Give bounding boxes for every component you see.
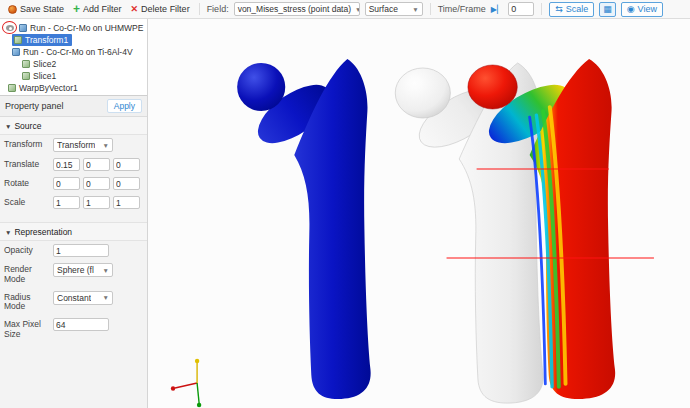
scale-y-input[interactable] [83,196,110,209]
add-filter-label: Add Filter [83,4,122,14]
pipeline-item-label: Run - Co-Cr-Mo on Ti-6Al-4V [23,47,133,57]
translate-label: Translate [4,158,50,170]
pipeline-item-run-ti6al4v[interactable]: Run - Co-Cr-Mo on Ti-6Al-4V [0,46,147,58]
chevron-down-icon: ▼ [103,267,109,274]
scale-button[interactable]: ⇆ Scale [549,2,594,17]
pipeline-item-slice2[interactable]: Slice2 [0,58,147,70]
render-canvas [148,19,690,408]
property-panel-title: Property panel [5,101,64,111]
render-view[interactable] [148,19,690,408]
play-icon[interactable]: ▶▏ [491,5,503,14]
plus-icon: + [73,5,80,14]
save-state-button[interactable]: Save State [6,3,66,15]
filter-icon [22,60,30,68]
property-panel-header: Property panel Apply [0,96,147,117]
time-frame-input[interactable] [508,2,534,16]
chevron-down-icon: ▼ [103,142,109,149]
field-dropdown-value: von_Mises_stress (point data) [238,4,351,14]
radius-mode-value: Constant [57,293,91,303]
visibility-icon [6,25,14,31]
chevron-down-icon: ▼ [103,294,109,301]
section-source-title: Source [14,121,41,131]
toolbar: Save State + Add Filter ✕ Delete Filter … [0,0,690,19]
main-area: Run - Co-Cr-Mo on UHMWPE Transform1 Run … [0,19,690,408]
translate-z-input[interactable] [113,158,140,171]
section-source[interactable]: ▼ Source [0,117,147,135]
pipeline-item-label: Slice2 [33,59,56,69]
triangle-down-icon: ▼ [5,229,11,236]
section-representation-title: Representation [14,227,72,237]
rotate-x-input[interactable] [53,177,80,190]
render-mode-select[interactable]: Sphere (fl ▼ [53,263,113,277]
transform-row: Transform Transform ▼ [0,135,147,155]
pipeline-browser: Run - Co-Cr-Mo on UHMWPE Transform1 Run … [0,19,147,95]
pipeline-item-label: Slice1 [33,71,56,81]
delete-filter-button[interactable]: ✕ Delete Filter [129,3,192,15]
rotate-label: Rotate [4,177,50,189]
axis-y-tip [195,359,199,363]
pipeline-item-label: Transform1 [25,35,68,45]
chevron-down-icon: ▼ [412,6,418,13]
transform-select-value: Transform [57,140,95,150]
scale-row: Scale [0,193,147,212]
grid-view-button[interactable]: ▦ [599,2,616,17]
pipeline-item-run-uhmwpe[interactable]: Run - Co-Cr-Mo on UHMWPE [0,22,147,34]
axes-widget [171,359,201,407]
save-state-icon [8,5,17,14]
eye-view-icon: ◉ [627,4,635,14]
max-pixel-label: Max Pixel Size [4,318,50,340]
grid-icon: ▦ [603,4,612,14]
view-button-label: View [638,4,657,14]
opacity-row: Opacity [0,241,147,260]
toolbar-separator [430,3,431,15]
dataset-icon [19,24,27,32]
pipeline-item-slice1[interactable]: Slice1 [0,70,147,82]
femur-model-blue[interactable] [237,59,370,399]
translate-x-input[interactable] [53,158,80,171]
axis-z [197,383,199,403]
translate-row: Translate [0,155,147,174]
left-panel: Run - Co-Cr-Mo on UHMWPE Transform1 Run … [0,19,148,408]
scale-icon: ⇆ [555,4,563,14]
triangle-down-icon: ▼ [5,123,11,130]
render-mode-label: Render Mode [4,263,50,285]
dataset-icon [12,48,20,56]
transform-select[interactable]: Transform ▼ [53,138,113,152]
field-dropdown[interactable]: von_Mises_stress (point data) ▼ [234,2,360,16]
radius-mode-row: Radius Mode Constant ▼ [0,288,147,316]
pipeline-item-label: Run - Co-Cr-Mo on UHMWPE [30,23,143,33]
pipeline-item-transform1[interactable]: Transform1 [0,34,147,46]
max-pixel-input[interactable] [53,318,109,331]
rotate-z-input[interactable] [113,177,140,190]
implant-head-blue [237,63,285,111]
view-button[interactable]: ◉ View [621,2,663,17]
scale-z-input[interactable] [113,196,140,209]
radius-mode-label: Radius Mode [4,291,50,313]
representation-dropdown[interactable]: Surface ▼ [365,2,423,16]
field-label: Field: [207,4,229,14]
section-representation[interactable]: ▼ Representation [0,222,147,241]
render-mode-row: Render Mode Sphere (fl ▼ [0,260,147,288]
rotate-row: Rotate [0,174,147,193]
filter-icon [8,84,16,92]
save-state-label: Save State [20,4,64,14]
visibility-toggle[interactable] [3,22,16,34]
opacity-input[interactable] [53,244,109,257]
filter-icon [14,36,22,44]
apply-button[interactable]: Apply [107,99,142,113]
representation-dropdown-value: Surface [369,4,398,14]
radius-mode-select[interactable]: Constant ▼ [53,291,113,305]
axis-x [175,383,197,388]
scale-x-input[interactable] [53,196,80,209]
pipeline-item-label: WarpByVector1 [19,83,78,93]
chevron-down-icon: ▼ [355,6,360,13]
add-filter-button[interactable]: + Add Filter [71,3,124,15]
rotate-y-input[interactable] [83,177,110,190]
pipeline-item-warpbyvector1[interactable]: WarpByVector1 [0,82,147,94]
scale-button-label: Scale [566,4,589,14]
time-frame-label: Time/Frame [438,4,486,14]
axis-x-tip [171,386,175,390]
translate-y-input[interactable] [83,158,110,171]
max-pixel-row: Max Pixel Size [0,315,147,343]
delete-icon: ✕ [131,4,139,14]
